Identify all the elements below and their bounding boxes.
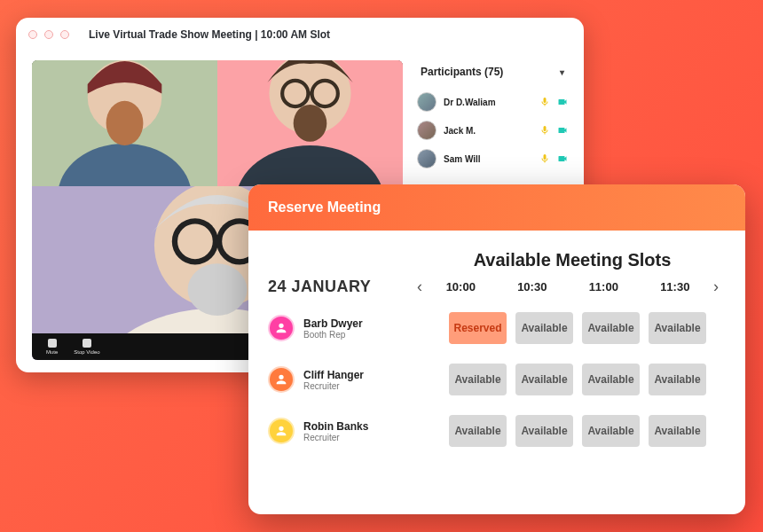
rep-avatar	[268, 315, 295, 341]
slot-available-button[interactable]: Available	[649, 415, 706, 447]
slot-available-button[interactable]: Available	[649, 364, 706, 395]
rep-role: Recruiter	[303, 433, 368, 442]
rep-role: Booth Rep	[303, 330, 363, 340]
slot-cells: ReservedAvailableAvailableAvailable	[449, 312, 706, 344]
slot-available-button[interactable]: Available	[449, 364, 507, 395]
window-close-dot[interactable]	[28, 30, 37, 39]
reserve-title: Reserve Meeting	[268, 200, 381, 215]
rep-info: Cliff HangerRecruiter	[268, 366, 429, 393]
time-col: 11:00	[572, 280, 635, 293]
slots-title: Available Meeting Slots	[419, 250, 726, 270]
prev-arrow[interactable]: ‹	[410, 278, 429, 296]
rep-name: Cliff Hanger	[303, 369, 364, 381]
svg-point-3	[106, 101, 144, 145]
rep-name: Robin Banks	[303, 420, 368, 433]
rep-row: Cliff HangerRecruiterAvailableAvailableA…	[268, 364, 726, 395]
time-col: 11:30	[644, 280, 707, 293]
slot-available-button[interactable]: Available	[582, 312, 640, 344]
participants-title: Participants (75)	[421, 66, 503, 78]
mic-on-icon	[539, 125, 550, 136]
rep-info: Robin BanksRecruiter	[268, 418, 429, 444]
window-titlebar: Live Virtual Trade Show Meeting | 10:00 …	[16, 18, 584, 51]
video-tile[interactable]	[217, 60, 403, 186]
slot-cells: AvailableAvailableAvailableAvailable	[449, 415, 706, 447]
svg-point-17	[188, 263, 248, 316]
slot-available-button[interactable]: Available	[515, 364, 573, 395]
avatar	[417, 92, 437, 112]
avatar	[417, 149, 437, 168]
participant-row[interactable]: Sam Will	[417, 147, 568, 170]
time-headers: 10:00 10:30 11:00 11:30	[429, 280, 706, 293]
slot-available-button[interactable]: Available	[649, 312, 706, 344]
video-tile[interactable]	[32, 60, 217, 186]
slot-available-button[interactable]: Available	[515, 415, 573, 447]
participant-name: Sam Will	[444, 154, 532, 164]
rep-avatar	[268, 418, 295, 444]
participant-name: Jack M.	[444, 126, 532, 136]
mic-icon	[48, 339, 57, 348]
camera-icon	[83, 339, 91, 348]
rep-role: Recruiter	[303, 381, 364, 391]
window-minimize-dot[interactable]	[44, 30, 53, 39]
camera-on-icon	[557, 125, 568, 136]
time-col: 10:30	[501, 280, 564, 293]
avatar	[417, 121, 437, 140]
slot-available-button[interactable]: Available	[449, 415, 507, 447]
participant-name: Dr D.Waliam	[444, 98, 532, 107]
window-title: Live Virtual Trade Show Meeting | 10:00 …	[89, 28, 330, 41]
window-zoom-dot[interactable]	[60, 30, 69, 39]
camera-on-icon	[557, 97, 568, 107]
participant-row[interactable]: Dr D.Waliam	[417, 90, 568, 113]
reserve-header: Reserve Meeting	[248, 184, 745, 231]
rep-name: Barb Dwyer	[303, 317, 363, 330]
toolbar-stop-video[interactable]: Stop Video	[74, 339, 99, 355]
chevron-down-icon[interactable]: ▾	[560, 67, 564, 77]
date-label: 24 JANUARY	[268, 278, 410, 296]
camera-on-icon	[557, 153, 568, 164]
mic-on-icon	[539, 97, 550, 107]
time-col: 10:00	[429, 280, 492, 293]
slot-available-button[interactable]: Available	[515, 312, 573, 344]
svg-point-10	[294, 105, 327, 142]
rep-row: Robin BanksRecruiterAvailableAvailableAv…	[268, 415, 726, 447]
reserve-meeting-panel: Reserve Meeting Available Meeting Slots …	[248, 184, 745, 514]
rep-avatar	[268, 366, 295, 393]
mic-on-icon	[539, 153, 550, 164]
rep-row: Barb DwyerBooth RepReservedAvailableAvai…	[268, 312, 726, 344]
slot-available-button[interactable]: Available	[582, 364, 640, 395]
rep-info: Barb DwyerBooth Rep	[268, 315, 429, 341]
participant-row[interactable]: Jack M.	[417, 119, 568, 142]
slot-reserved-button[interactable]: Reserved	[449, 312, 507, 344]
toolbar-mute[interactable]: Mute	[46, 339, 58, 355]
next-arrow[interactable]: ›	[706, 278, 726, 296]
slot-available-button[interactable]: Available	[582, 415, 640, 447]
slot-cells: AvailableAvailableAvailableAvailable	[449, 364, 706, 395]
